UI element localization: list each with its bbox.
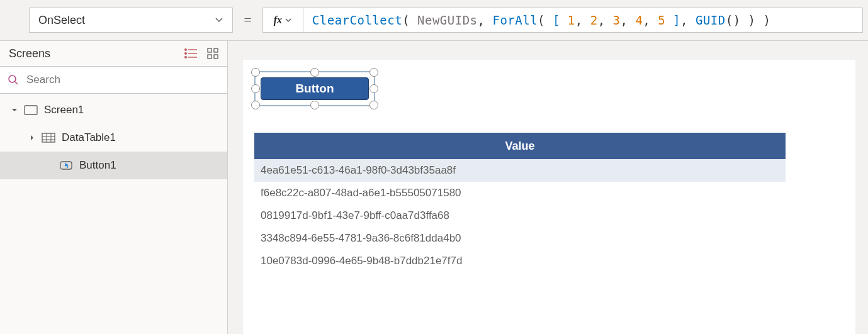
resize-handle-ne[interactable]	[369, 68, 378, 77]
table-row[interactable]: 3348c894-6e55-4781-9a36-8c6f81dda4b0	[254, 227, 786, 250]
tree-item-screen1[interactable]: Screen1	[0, 96, 227, 124]
data-table-control[interactable]: Value 4ea61e51-c613-46a1-98f0-3d43bf35aa…	[254, 133, 786, 272]
list-view-icon[interactable]	[184, 48, 198, 59]
svg-rect-13	[42, 133, 55, 142]
table-row[interactable]: f6e8c22c-a807-48ad-a6e1-b55505071580	[254, 182, 786, 204]
svg-point-5	[185, 57, 187, 58]
resize-handle-sw[interactable]	[251, 101, 260, 109]
svg-line-11	[15, 82, 18, 84]
formula-text[interactable]: ClearCollect( NewGUIDs, ForAll( [ 1, 2, …	[303, 13, 780, 27]
tree-view-panel: Screens	[0, 40, 228, 334]
chevron-down-icon	[215, 16, 223, 25]
svg-point-3	[185, 49, 187, 51]
table-row[interactable]: 4ea61e51-c613-46a1-98f0-3d43bf35aa8f	[254, 159, 786, 182]
tree-header: Screens	[0, 41, 227, 66]
property-formula-bar: OnSelect = fx ClearCollect( NewGUIDs, Fo…	[0, 0, 868, 40]
svg-rect-7	[214, 48, 218, 52]
search-icon	[8, 74, 19, 86]
control-selection[interactable]: Button	[254, 71, 375, 106]
tree-panel-title: Screens	[9, 47, 50, 60]
data-table-body: 4ea61e51-c613-46a1-98f0-3d43bf35aa8ff6e8…	[254, 159, 786, 272]
svg-rect-9	[214, 55, 218, 58]
screen-icon	[24, 105, 38, 115]
tree-item-label: Screen1	[44, 104, 84, 116]
formula-bar[interactable]: fx ClearCollect( NewGUIDs, ForAll( [ 1, …	[262, 8, 863, 33]
button-icon	[59, 160, 73, 170]
resize-handle-s[interactable]	[310, 101, 319, 109]
table-cell: f6e8c22c-a807-48ad-a6e1-b55505071580	[261, 187, 461, 199]
table-cell: 3348c894-6e55-4781-9a36-8c6f81dda4b0	[261, 232, 461, 245]
grid-view-icon[interactable]	[207, 48, 218, 59]
tree-item-datatable1[interactable]: DataTable1	[0, 124, 227, 152]
svg-point-4	[185, 53, 187, 55]
expander-icon[interactable]	[29, 135, 35, 141]
resize-handle-se[interactable]	[369, 101, 378, 109]
button-control[interactable]: Button	[261, 77, 369, 100]
table-cell: 10e0783d-0996-4e65-9b48-b7ddb21e7f7d	[261, 255, 462, 267]
search-input[interactable]	[26, 74, 220, 86]
chevron-down-icon	[285, 16, 292, 24]
svg-rect-12	[25, 106, 37, 114]
svg-rect-6	[208, 48, 211, 52]
expander-icon[interactable]	[47, 159, 53, 172]
table-row[interactable]: 10e0783d-0996-4e65-9b48-b7ddb21e7f7d	[254, 250, 786, 272]
tree: Screen1DataTable1Button1	[0, 94, 227, 179]
table-row[interactable]: 0819917d-9bf1-43e7-9bff-c0aa7d3ffa68	[254, 204, 786, 227]
tree-item-label: DataTable1	[62, 131, 116, 144]
canvas-wrapper: Button Value 4ea61e51-c613-46a1-98f0-3d4…	[228, 40, 868, 334]
table-cell: 4ea61e51-c613-46a1-98f0-3d43bf35aa8f	[261, 164, 456, 177]
column-header-label: Value	[505, 140, 534, 153]
equals-icon: =	[240, 12, 255, 28]
property-dropdown[interactable]: OnSelect	[29, 8, 233, 33]
canvas[interactable]: Button Value 4ea61e51-c613-46a1-98f0-3d4…	[243, 60, 855, 334]
table-cell: 0819917d-9bf1-43e7-9bff-c0aa7d3ffa68	[261, 209, 449, 222]
expander-icon[interactable]	[11, 107, 18, 113]
fx-button[interactable]: fx	[263, 8, 303, 32]
resize-handle-n[interactable]	[310, 68, 319, 77]
data-table-header[interactable]: Value	[254, 133, 786, 159]
property-selected-label: OnSelect	[38, 14, 85, 27]
button-label: Button	[295, 82, 334, 96]
resize-handle-e[interactable]	[369, 84, 378, 93]
tree-search[interactable]	[0, 66, 227, 94]
table-icon	[42, 133, 55, 143]
tree-item-label: Button1	[79, 159, 116, 172]
svg-point-10	[9, 75, 16, 82]
resize-handle-nw[interactable]	[251, 68, 260, 77]
svg-rect-8	[208, 55, 211, 58]
tree-item-button1[interactable]: Button1	[0, 152, 227, 179]
resize-handle-w[interactable]	[251, 84, 260, 93]
